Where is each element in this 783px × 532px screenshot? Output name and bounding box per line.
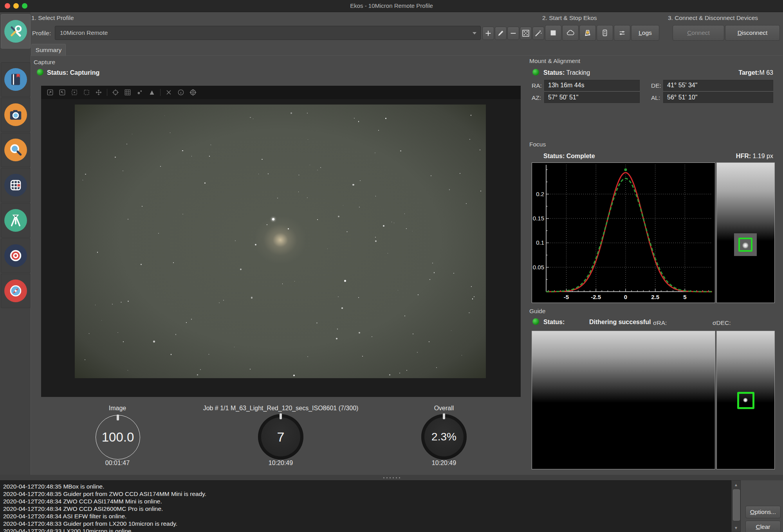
star <box>282 283 283 284</box>
toolbar-separator <box>160 89 161 96</box>
stars-overlay-icon[interactable] <box>148 88 156 96</box>
overall-progress-value: 2.3% <box>431 431 456 443</box>
sidebar-item-guide[interactable] <box>1 238 31 273</box>
scrollbar-thumb[interactable] <box>733 489 740 521</box>
add-profile-button[interactable] <box>482 27 494 40</box>
image-progress-dial: 100.0 <box>96 415 140 460</box>
ekoslive-cloud-button[interactable] <box>562 25 579 41</box>
star <box>298 191 299 192</box>
star <box>123 341 124 342</box>
captured-image[interactable] <box>75 105 486 378</box>
fits-viewer-button[interactable] <box>597 25 613 41</box>
star <box>277 198 278 199</box>
log-clear-button[interactable]: Clear <box>745 521 781 532</box>
star <box>293 375 295 376</box>
star <box>290 112 292 114</box>
star <box>317 170 318 171</box>
star <box>359 332 360 334</box>
tripod-icon <box>4 209 27 232</box>
tools-icon <box>4 20 27 43</box>
star <box>466 203 467 204</box>
titlebar: Ekos - 10Micron Remote Profile <box>0 0 783 12</box>
star <box>480 191 482 192</box>
star <box>432 263 433 263</box>
logs-button[interactable]: Logs <box>631 25 659 41</box>
edit-profile-button[interactable] <box>495 27 507 40</box>
star <box>307 113 308 114</box>
custom-drivers-button[interactable] <box>520 27 532 40</box>
log-options-button[interactable]: Options... <box>745 506 781 518</box>
star <box>171 354 172 355</box>
star <box>158 233 159 234</box>
info-icon[interactable] <box>177 88 185 96</box>
hfr-label: HFR: <box>736 153 751 159</box>
job-dial-time: 10:20:49 <box>222 460 339 467</box>
az-label: AZ: <box>532 94 541 101</box>
zoom-actual-icon[interactable] <box>83 88 90 96</box>
star <box>132 134 132 134</box>
target-label: Target: <box>738 69 759 76</box>
star <box>186 322 187 323</box>
grid-overlay-icon[interactable] <box>124 88 132 96</box>
star <box>223 300 224 301</box>
star <box>182 214 183 215</box>
star <box>128 219 129 220</box>
star <box>346 231 347 232</box>
tab-summary[interactable]: Summary <box>31 44 66 56</box>
guide-section-title: Guide <box>529 308 545 315</box>
mark-stars-icon[interactable] <box>165 88 173 96</box>
scroll-down-icon[interactable]: ▼ <box>732 524 740 531</box>
log-scrollbar[interactable]: ▲ ▼ <box>731 480 741 532</box>
notebook-icon <box>4 68 27 91</box>
star <box>480 150 480 150</box>
magnifier-icon <box>4 139 27 161</box>
ccd-grid-icon <box>4 174 27 197</box>
sidebar-item-setup[interactable] <box>1 14 31 49</box>
dial-tick <box>117 415 119 420</box>
connect-button[interactable]: Connect <box>673 25 724 41</box>
profile-select[interactable]: 10Micron Remote <box>55 26 481 40</box>
star <box>141 264 142 265</box>
log-splitter-handle[interactable] <box>0 475 783 480</box>
sidebar-item-focus[interactable] <box>1 133 31 167</box>
star <box>317 219 318 220</box>
sidebar-item-scheduler[interactable] <box>1 62 31 97</box>
camera-icon <box>4 103 27 126</box>
al-label: AL: <box>651 94 660 101</box>
compass-icon <box>4 280 27 302</box>
svg-text:-5: -5 <box>564 294 569 300</box>
fits-toolbar <box>41 86 521 99</box>
star <box>327 249 328 249</box>
sidebar-item-mount[interactable] <box>1 203 31 238</box>
detect-stars-icon[interactable] <box>136 88 144 96</box>
star <box>123 171 123 171</box>
star <box>375 240 377 242</box>
sidebar-item-capture[interactable] <box>1 97 31 132</box>
star <box>209 156 210 157</box>
zoom-in-icon[interactable] <box>46 88 54 96</box>
star <box>413 334 413 334</box>
ekos-options-button[interactable] <box>614 25 630 41</box>
sidebar-item-align[interactable] <box>1 168 31 202</box>
star <box>209 354 209 355</box>
pan-icon[interactable] <box>95 88 103 96</box>
indi-control-panel-button[interactable] <box>579 25 596 41</box>
star <box>191 319 192 320</box>
ekos-window: Ekos - 10Micron Remote Profile 1. Select… <box>0 0 783 532</box>
star <box>128 301 129 302</box>
profile-wizard-button[interactable] <box>532 27 544 40</box>
star <box>404 316 405 316</box>
center-telescope-icon[interactable] <box>112 88 119 96</box>
zoom-out-icon[interactable] <box>58 88 66 96</box>
sidebar-item-observatory[interactable] <box>1 274 31 308</box>
crosshair-icon[interactable] <box>189 88 197 96</box>
disconnect-button[interactable]: Disconnect <box>725 25 780 41</box>
stop-ekos-button[interactable] <box>545 25 561 41</box>
scroll-up-icon[interactable]: ▲ <box>732 481 740 488</box>
overall-progress-dial: 2.3% <box>421 414 467 460</box>
star <box>117 332 118 333</box>
mount-status-led <box>532 69 539 76</box>
zoom-fit-icon[interactable] <box>70 88 78 96</box>
delete-profile-button[interactable] <box>507 27 519 40</box>
star <box>173 262 174 263</box>
